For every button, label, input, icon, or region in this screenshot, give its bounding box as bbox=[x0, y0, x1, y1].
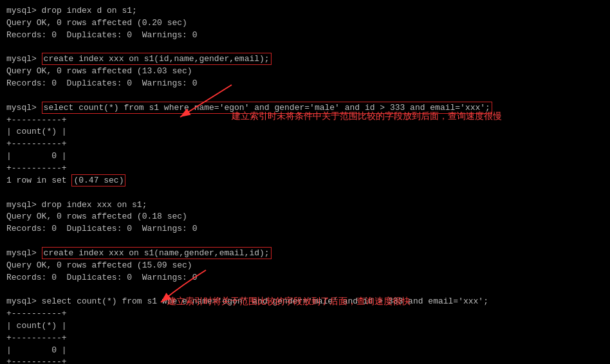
line-4: mysql> create index xxx on s1(id,name,ge… bbox=[6, 53, 604, 66]
line-16: Records: 0 Duplicates: 0 Warnings: 0 bbox=[6, 223, 604, 235]
line-1: mysql> drop index d on s1; bbox=[6, 5, 604, 17]
line-10: +----------+ bbox=[6, 138, 604, 150]
line-15: Query OK, 0 rows affected (0.18 sec) bbox=[6, 211, 604, 223]
line-13: 1 row in set (0.47 sec) bbox=[6, 175, 604, 187]
line-19: Records: 0 Duplicates: 0 Warnings: 0 bbox=[6, 272, 604, 284]
line-blank-1 bbox=[6, 42, 604, 54]
line-12: +----------+ bbox=[6, 163, 604, 175]
line-blank-2 bbox=[6, 90, 604, 102]
line-3: Records: 0 Duplicates: 0 Warnings: 0 bbox=[6, 30, 604, 42]
line-17: mysql> create index xxx on s1(name,gende… bbox=[6, 248, 604, 260]
line-6: Records: 0 Duplicates: 0 Warnings: 0 bbox=[6, 78, 604, 90]
line-11: | 0 | bbox=[6, 150, 604, 163]
line-blank-5 bbox=[6, 284, 604, 296]
line-25: +----------+ bbox=[6, 356, 604, 364]
terminal-output: mysql> drop index d on s1; Query OK, 0 r… bbox=[6, 5, 604, 364]
line-20: mysql> select count(*) from s1 where nam… bbox=[6, 296, 604, 308]
line-14: mysql> drop index xxx on s1; bbox=[6, 199, 604, 212]
line-7: mysql> select count(*) from s1 where nam… bbox=[6, 102, 604, 114]
line-23: +----------+ bbox=[6, 332, 604, 345]
line-24: | 0 | bbox=[6, 345, 604, 357]
line-21: +----------+ bbox=[6, 308, 604, 320]
line-18: Query OK, 0 rows affected (15.09 sec) bbox=[6, 260, 604, 272]
line-9: | count(*) | bbox=[6, 126, 604, 138]
line-8: +----------+ bbox=[6, 114, 604, 127]
prompt: mysql> drop index d on s1; bbox=[6, 6, 137, 15]
line-22: | count(*) | bbox=[6, 320, 604, 332]
line-5: Query OK, 0 rows affected (13.03 sec) bbox=[6, 66, 604, 78]
line-2: Query OK, 0 rows affected (0.20 sec) bbox=[6, 17, 604, 30]
line-blank-3 bbox=[6, 187, 604, 199]
line-blank-4 bbox=[6, 235, 604, 248]
